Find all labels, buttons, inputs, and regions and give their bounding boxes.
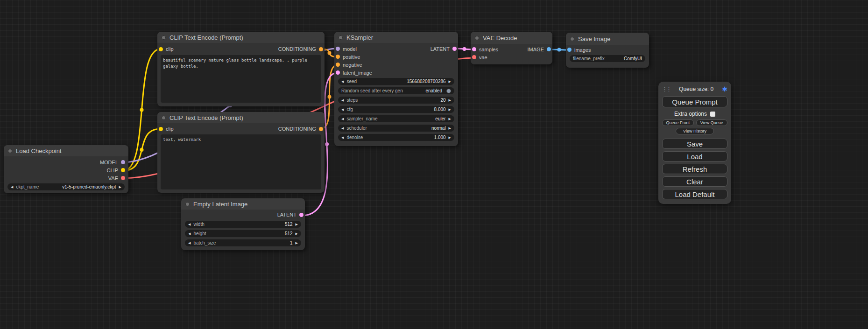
- vae-input-slot[interactable]: vae: [472, 55, 487, 60]
- load-default-button[interactable]: Load Default: [662, 189, 727, 199]
- load-button[interactable]: Load: [662, 151, 727, 161]
- negative-input-slot-dot[interactable]: [336, 63, 340, 67]
- queue-front-button[interactable]: Queue Front: [662, 119, 694, 126]
- toggle-knob[interactable]: [446, 89, 451, 93]
- clip-input-slot[interactable]: clip: [159, 46, 174, 52]
- clip-input-slot[interactable]: clip: [159, 126, 174, 132]
- ckpt-name-widget[interactable]: ◀ ckpt_name v1-5-pruned-emaonly.ckpt ▶: [7, 183, 125, 190]
- node-title-bar[interactable]: KSampler: [334, 32, 458, 43]
- collapse-dot-icon[interactable]: [570, 37, 574, 41]
- save-button[interactable]: Save: [662, 139, 727, 149]
- clip-output-slot-dot[interactable]: [121, 168, 125, 172]
- node-empty-latent-image[interactable]: Empty Latent Image LATENT ◀ width 512 ▶ …: [181, 198, 305, 250]
- seed-widget[interactable]: ◀ seed 156680208700286 ▶: [338, 78, 454, 85]
- increment-arrow-icon[interactable]: ▶: [296, 223, 298, 226]
- model-input-slot-dot[interactable]: [336, 47, 340, 51]
- model-output-slot-dot[interactable]: [121, 160, 125, 164]
- images-input-slot-dot[interactable]: [567, 48, 572, 52]
- decrement-arrow-icon[interactable]: ◀: [341, 117, 344, 121]
- decrement-arrow-icon[interactable]: ◀: [188, 232, 191, 236]
- increment-arrow-icon[interactable]: ▶: [449, 108, 451, 112]
- increment-arrow-icon[interactable]: ▶: [119, 185, 121, 189]
- view-history-button[interactable]: View History: [676, 128, 714, 134]
- decrement-arrow-icon[interactable]: ◀: [341, 136, 344, 140]
- node-clip-text-encode-negative[interactable]: CLIP Text Encode (Prompt) clip CONDITION…: [157, 112, 325, 193]
- decrement-arrow-icon[interactable]: ◀: [341, 126, 344, 130]
- positive-prompt-textarea[interactable]: beautiful scenery nature glass bottle la…: [161, 55, 321, 103]
- collapse-dot-icon[interactable]: [339, 35, 343, 40]
- clip-input-slot-dot[interactable]: [159, 47, 163, 51]
- increment-arrow-icon[interactable]: ▶: [296, 241, 298, 245]
- decrement-arrow-icon[interactable]: ◀: [341, 98, 344, 102]
- latent-output-slot-dot[interactable]: [452, 47, 457, 51]
- increment-arrow-icon[interactable]: ▶: [449, 98, 451, 102]
- samples-input-slot-dot[interactable]: [472, 47, 476, 51]
- settings-gear-icon[interactable]: ✱: [722, 85, 727, 93]
- decrement-arrow-icon[interactable]: ◀: [341, 108, 344, 112]
- decrement-arrow-icon[interactable]: ◀: [188, 241, 191, 245]
- increment-arrow-icon[interactable]: ▶: [449, 136, 451, 140]
- vae-input-slot-dot[interactable]: [472, 55, 476, 59]
- decrement-arrow-icon[interactable]: ◀: [188, 223, 191, 226]
- collapse-dot-icon[interactable]: [162, 35, 166, 40]
- height-widget[interactable]: ◀ height 512 ▶: [185, 230, 301, 237]
- model-output-slot[interactable]: MODEL: [100, 160, 125, 165]
- cfg-widget[interactable]: ◀ cfg 8.000 ▶: [338, 106, 454, 113]
- image-output-slot[interactable]: IMAGE: [528, 47, 551, 52]
- latent-output-slot-dot[interactable]: [299, 213, 303, 217]
- collapse-dot-icon[interactable]: [8, 149, 12, 153]
- image-output-slot-dot[interactable]: [547, 47, 551, 51]
- vae-output-slot-dot[interactable]: [121, 176, 125, 180]
- node-ksampler[interactable]: KSampler model LATENT positive negative: [334, 32, 458, 146]
- node-title-bar[interactable]: Empty Latent Image: [181, 198, 305, 210]
- images-input-slot[interactable]: images: [567, 47, 591, 53]
- conditioning-output-slot-dot[interactable]: [319, 47, 323, 51]
- collapse-dot-icon[interactable]: [185, 202, 190, 206]
- steps-widget[interactable]: ◀ steps 20 ▶: [338, 97, 454, 104]
- node-clip-text-encode-positive[interactable]: CLIP Text Encode (Prompt) clip CONDITION…: [157, 32, 325, 106]
- drag-handle-icon[interactable]: ⋮⋮: [662, 86, 670, 92]
- batch-size-widget[interactable]: ◀ batch_size 1 ▶: [185, 239, 301, 246]
- extra-options-checkbox[interactable]: [710, 112, 715, 117]
- latent-image-input-slot[interactable]: latent_image: [336, 70, 372, 76]
- decrement-arrow-icon[interactable]: ◀: [341, 80, 344, 84]
- positive-input-slot-dot[interactable]: [336, 55, 340, 59]
- node-title-bar[interactable]: Save Image: [566, 33, 649, 45]
- node-load-checkpoint[interactable]: Load Checkpoint MODEL CLIP VAE ◀ ckp: [4, 145, 128, 193]
- negative-input-slot[interactable]: negative: [336, 62, 362, 68]
- node-vae-decode[interactable]: VAE Decode samples IMAGE vae: [471, 32, 552, 64]
- denoise-widget[interactable]: ◀ denoise 1.000 ▶: [338, 134, 454, 141]
- node-title-bar[interactable]: CLIP Text Encode (Prompt): [157, 112, 325, 123]
- queue-prompt-button[interactable]: Queue Prompt: [662, 96, 727, 107]
- random-seed-toggle-widget[interactable]: Random seed after every gen enabled: [338, 87, 454, 94]
- collapse-dot-icon[interactable]: [475, 36, 479, 40]
- latent-image-input-slot-dot[interactable]: [336, 70, 340, 75]
- positive-input-slot[interactable]: positive: [336, 54, 360, 60]
- increment-arrow-icon[interactable]: ▶: [449, 126, 451, 130]
- increment-arrow-icon[interactable]: ▶: [296, 232, 298, 236]
- conditioning-output-slot[interactable]: CONDITIONING: [278, 46, 323, 52]
- sampler-name-widget[interactable]: ◀ sampler_name euler ▶: [338, 115, 454, 122]
- conditioning-output-slot-dot[interactable]: [319, 127, 323, 131]
- latent-output-slot[interactable]: LATENT: [277, 212, 303, 217]
- increment-arrow-icon[interactable]: ▶: [449, 80, 451, 84]
- clip-output-slot[interactable]: CLIP: [107, 168, 125, 173]
- vae-output-slot[interactable]: VAE: [108, 175, 125, 181]
- filename-prefix-widget[interactable]: filename_prefix ComfyUI: [570, 55, 645, 62]
- clear-button[interactable]: Clear: [662, 176, 727, 187]
- samples-input-slot[interactable]: samples: [472, 47, 498, 52]
- scheduler-widget[interactable]: ◀ scheduler normal ▶: [338, 125, 454, 132]
- negative-prompt-textarea[interactable]: text, watermark: [161, 134, 321, 189]
- model-input-slot[interactable]: model: [336, 46, 357, 52]
- increment-arrow-icon[interactable]: ▶: [449, 117, 451, 121]
- collapse-dot-icon[interactable]: [162, 116, 166, 120]
- decrement-arrow-icon[interactable]: ◀: [11, 185, 13, 189]
- node-save-image[interactable]: Save Image images filename_prefix ComfyU…: [566, 33, 649, 68]
- view-queue-button[interactable]: View Queue: [696, 119, 728, 126]
- node-title-bar[interactable]: VAE Decode: [471, 32, 552, 44]
- latent-output-slot[interactable]: LATENT: [430, 46, 457, 52]
- clip-input-slot-dot[interactable]: [159, 127, 163, 131]
- node-title-bar[interactable]: CLIP Text Encode (Prompt): [157, 32, 325, 43]
- conditioning-output-slot[interactable]: CONDITIONING: [278, 126, 323, 132]
- width-widget[interactable]: ◀ width 512 ▶: [185, 221, 301, 228]
